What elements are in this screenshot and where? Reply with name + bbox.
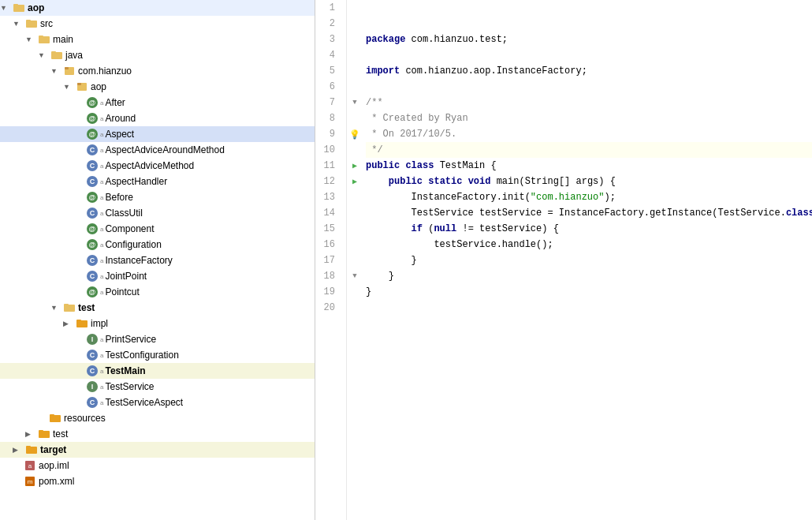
tree-item-label: resources: [64, 413, 106, 424]
tree-item-Before[interactable]: @aBefore: [0, 189, 315, 205]
svg-rect-7: [51, 51, 56, 54]
tree-item-AspectAdviceMethod[interactable]: CaAspectAdviceMethod: [0, 158, 315, 174]
file-icon-class: C: [87, 350, 98, 361]
gutter-cell: [347, 0, 363, 16]
tree-item-aop.iml[interactable]: aaop.iml: [0, 458, 315, 473]
code-line: testService.handle();: [366, 237, 812, 253]
token-plain: testService.handle();: [366, 239, 553, 250]
svg-rect-19: [39, 430, 43, 432]
line-number: 10: [315, 142, 340, 158]
run-icon[interactable]: ▶: [352, 161, 357, 170]
tree-item-Pointcut[interactable]: @aPointcut: [0, 284, 315, 300]
file-decorator: a: [100, 131, 103, 138]
token-plain: (: [423, 223, 434, 234]
line-number: 17: [315, 253, 340, 268]
tree-item-Around[interactable]: @aAround: [0, 110, 315, 126]
tree-item-test-pkg[interactable]: ▼test: [0, 300, 315, 316]
file-tree[interactable]: ▼aop▼src▼main▼java▼com.hianzuo▼aop@aAfte…: [0, 0, 315, 520]
tree-item-pom.xml[interactable]: mpom.xml: [0, 473, 315, 489]
file-icon-class: C: [87, 271, 98, 282]
file-icon-maven: m: [24, 475, 36, 488]
token-plain: com.hianzuo.test;: [405, 34, 508, 45]
fold-icon[interactable]: ▼: [352, 99, 356, 107]
tree-item-com.hianzuo[interactable]: ▼com.hianzuo: [0, 63, 315, 79]
tree-item-label: PrintService: [105, 334, 156, 345]
tree-item-test-dir[interactable]: ▶test: [0, 426, 315, 442]
tree-item-AspectAdviceAroundMethod[interactable]: CaAspectAdviceAroundMethod: [0, 142, 315, 158]
token-plain: }: [366, 255, 417, 266]
gutter-cell[interactable]: ▶: [347, 174, 363, 189]
tree-item-java[interactable]: ▼java: [0, 47, 315, 63]
tree-item-impl[interactable]: ▶impl: [0, 316, 315, 331]
tree-item-ClassUtil[interactable]: CaClassUtil: [0, 205, 315, 221]
tree-item-label: TestMain: [105, 365, 145, 376]
tree-item-resources[interactable]: resources: [0, 410, 315, 426]
svg-rect-11: [77, 83, 81, 85]
gutter-cell: [347, 253, 363, 268]
file-decorator: a: [100, 210, 103, 217]
file-icon-folder-open: [25, 17, 38, 30]
code-line: [366, 0, 812, 16]
tree-item-After[interactable]: @aAfter: [0, 95, 315, 110]
file-icon-folder-closed: [76, 317, 88, 330]
gutter-cell: [347, 16, 363, 32]
tree-item-main[interactable]: ▼main: [0, 32, 315, 47]
svg-rect-5: [39, 36, 43, 38]
token-kw: void: [468, 176, 491, 187]
tree-item-JointPoint[interactable]: CaJointPoint: [0, 268, 315, 284]
tree-item-aop-pkg[interactable]: ▼aop: [0, 79, 315, 95]
code-line: }: [366, 284, 812, 300]
token-kw: if: [412, 223, 423, 234]
tree-item-AspectHandler[interactable]: CaAspectHandler: [0, 174, 315, 189]
file-decorator: a: [100, 273, 103, 280]
run-icon[interactable]: ▶: [352, 177, 357, 186]
file-icon-class: C: [87, 144, 98, 155]
tree-item-PrintService[interactable]: IaPrintService: [0, 331, 315, 347]
token-plain: );: [604, 192, 615, 203]
token-kw: public: [389, 176, 423, 187]
gutter-cell: [347, 205, 363, 221]
gutter-cell[interactable]: ▼: [347, 268, 363, 284]
tree-item-label: Before: [105, 192, 132, 203]
tree-item-InstanceFactory[interactable]: CaInstanceFactory: [0, 253, 315, 268]
tree-item-TestMain[interactable]: CaTestMain: [0, 363, 315, 379]
token-str: "com.hianzuo": [531, 192, 605, 203]
gutter-cell[interactable]: ▼: [347, 95, 363, 110]
tree-item-TestServiceAspect[interactable]: CaTestServiceAspect: [0, 395, 315, 410]
tree-item-src[interactable]: ▼src: [0, 16, 315, 32]
line-number: 4: [315, 47, 340, 63]
token-plain: }: [366, 286, 371, 297]
file-icon-class: C: [87, 176, 98, 187]
tree-item-label: InstanceFactory: [105, 255, 172, 266]
code-line: [366, 47, 812, 63]
line-number: 14: [315, 205, 340, 221]
tree-item-label: AspectHandler: [105, 176, 167, 187]
tree-item-label: TestService: [105, 381, 154, 392]
tree-item-TestService[interactable]: IaTestService: [0, 379, 315, 395]
fold-icon[interactable]: ▼: [352, 272, 356, 280]
gutter-cell: [347, 237, 363, 253]
file-icon-annotation: @: [87, 239, 98, 250]
file-icon-folder-open: [50, 49, 63, 62]
code-line: public class TestMain {: [366, 158, 812, 174]
tree-item-aop[interactable]: ▼aop: [0, 0, 315, 16]
gutter-cell[interactable]: ▶: [347, 158, 363, 174]
gutter-cell[interactable]: 💡: [347, 126, 363, 142]
line-number: 6: [315, 79, 340, 95]
gutter-cell: [347, 47, 363, 63]
tree-item-Aspect[interactable]: @aAspect: [0, 126, 315, 142]
tree-arrow: ▼: [50, 304, 61, 312]
tree-item-label: JointPoint: [105, 271, 147, 282]
tree-arrow: ▼: [0, 4, 11, 12]
file-icon-class: C: [87, 208, 98, 219]
tree-item-target[interactable]: ▶target: [0, 442, 315, 458]
tree-item-Component[interactable]: @aComponent: [0, 221, 315, 237]
tree-item-TestConfiguration[interactable]: CaTestConfiguration: [0, 347, 315, 363]
file-icon-class: C: [87, 255, 98, 266]
file-decorator: a: [100, 147, 103, 154]
file-icon-folder-closed: [49, 412, 61, 425]
tree-item-Configuration[interactable]: @aConfiguration: [0, 237, 315, 253]
tree-item-label: target: [40, 444, 66, 455]
token-plain: != testService) {: [456, 223, 559, 234]
file-decorator: a: [100, 383, 103, 391]
